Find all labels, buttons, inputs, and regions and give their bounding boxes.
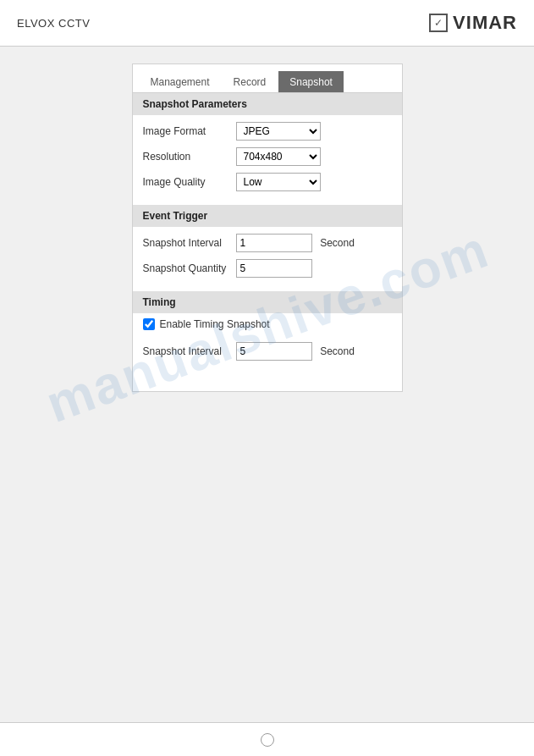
- footer-circle-icon: [261, 733, 274, 747]
- image-format-label: Image Format: [143, 125, 236, 137]
- tab-bar: Management Record Snapshot: [133, 64, 402, 93]
- timing-snapshot-interval-control: Second: [236, 342, 392, 361]
- vimar-check-icon: ✓: [429, 14, 448, 32]
- image-quality-control: Low: [236, 173, 392, 191]
- resolution-control: 704x480: [236, 147, 392, 166]
- timing-header: Timing: [133, 291, 402, 313]
- snapshot-quantity-input[interactable]: [236, 259, 312, 278]
- footer: [0, 722, 534, 756]
- image-format-control: JPEG: [236, 122, 392, 141]
- snapshot-quantity-row: Snapshot Quantity: [143, 259, 392, 278]
- brand-cctv: CCTV: [58, 17, 90, 30]
- snapshot-quantity-label: Snapshot Quantity: [143, 262, 236, 274]
- timing-snapshot-interval-label: Snapshot Interval: [143, 345, 236, 357]
- event-snapshot-interval-input[interactable]: [236, 234, 312, 252]
- brand-elvox: ELVOX: [17, 17, 55, 30]
- timing-section: Snapshot Interval Second: [133, 335, 402, 374]
- settings-panel: Management Record Snapshot Snapshot Para…: [132, 63, 403, 392]
- image-format-select[interactable]: JPEG: [236, 122, 321, 141]
- resolution-select[interactable]: 704x480: [236, 147, 321, 166]
- enable-timing-snapshot-label: Enable Timing Snapshot: [160, 318, 270, 330]
- timing-snapshot-interval-input[interactable]: [236, 342, 312, 361]
- enable-timing-snapshot-row: Enable Timing Snapshot: [133, 313, 402, 335]
- tab-management[interactable]: Management: [140, 71, 221, 92]
- event-snapshot-interval-label: Snapshot Interval: [143, 237, 236, 249]
- event-trigger-section: Snapshot Interval Second Snapshot Quanti…: [133, 227, 402, 291]
- brand-text: ELVOX CCTV: [17, 17, 90, 30]
- tab-record[interactable]: Record: [223, 71, 278, 92]
- resolution-label: Resolution: [143, 151, 236, 163]
- event-snapshot-interval-control: Second: [236, 234, 392, 252]
- resolution-row: Resolution 704x480: [143, 147, 392, 166]
- enable-timing-snapshot-checkbox[interactable]: [143, 318, 155, 330]
- image-quality-select[interactable]: Low: [236, 173, 321, 191]
- image-quality-row: Image Quality Low: [143, 173, 392, 191]
- header: ELVOX CCTV ✓ VIMAR: [0, 0, 534, 47]
- timing-snapshot-interval-row: Snapshot Interval Second: [143, 342, 392, 361]
- snapshot-parameters-header: Snapshot Parameters: [133, 93, 402, 115]
- snapshot-parameters-section: Image Format JPEG Resolution 704x480 Ima…: [133, 115, 402, 205]
- event-snapshot-interval-row: Snapshot Interval Second: [143, 234, 392, 252]
- timing-snapshot-interval-unit: Second: [320, 345, 355, 357]
- tab-snapshot[interactable]: Snapshot: [278, 71, 344, 92]
- image-quality-label: Image Quality: [143, 176, 236, 188]
- event-trigger-header: Event Trigger: [133, 205, 402, 227]
- event-snapshot-interval-unit: Second: [320, 237, 355, 249]
- vimar-logo: ✓ VIMAR: [429, 12, 517, 34]
- vimar-name: VIMAR: [453, 12, 517, 34]
- image-format-row: Image Format JPEG: [143, 122, 392, 141]
- snapshot-quantity-control: [236, 259, 392, 278]
- content-area: Management Record Snapshot Snapshot Para…: [0, 47, 534, 409]
